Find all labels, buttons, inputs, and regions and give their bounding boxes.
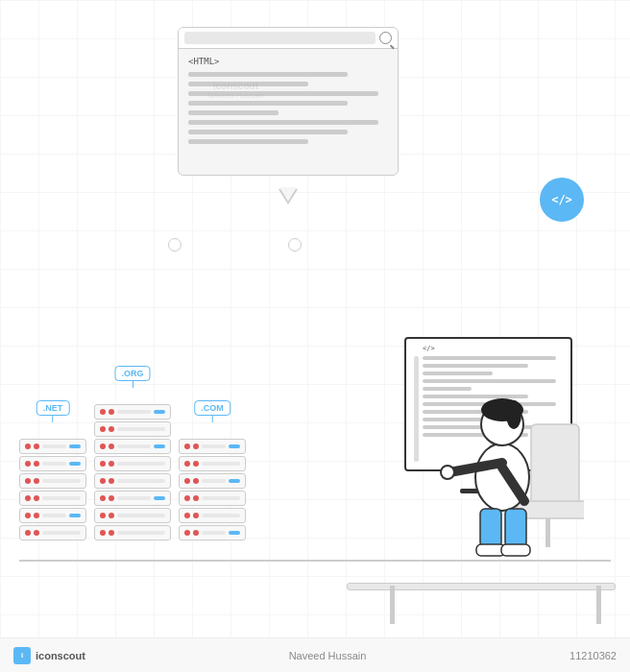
srv-dot <box>34 444 39 449</box>
svg-point-12 <box>441 466 454 479</box>
srv-dot <box>109 495 114 501</box>
srv-dot <box>100 461 106 467</box>
server-unit <box>179 439 246 454</box>
svg-rect-0 <box>531 424 579 506</box>
srv-dot <box>109 426 114 432</box>
deco-circle-2 <box>288 238 302 252</box>
svg-rect-7 <box>480 509 501 547</box>
srv-dot <box>184 478 190 484</box>
srv-dot <box>184 495 190 501</box>
svg-rect-2 <box>545 518 550 547</box>
srv-dot <box>184 530 190 536</box>
person-character <box>421 367 584 559</box>
srv-indicator <box>229 444 240 448</box>
watermark: iconscout Naveed Hussain <box>207 81 264 100</box>
srv-dot <box>34 461 39 467</box>
srv-dot <box>34 530 39 536</box>
server-unit <box>94 525 171 540</box>
desk-surface <box>347 583 616 590</box>
srv-indicator <box>69 444 81 448</box>
html-tag: <HTML> <box>188 57 388 66</box>
server-unit <box>19 439 86 454</box>
srv-bar <box>202 462 240 466</box>
server-unit <box>179 508 246 523</box>
server-unit <box>94 421 171 437</box>
logo-icon: i <box>13 647 31 664</box>
srv-dot <box>25 495 31 501</box>
srv-dot <box>25 461 31 467</box>
search-icon <box>379 32 392 44</box>
server-unit <box>94 473 171 489</box>
srv-bar <box>42 496 81 500</box>
code-line <box>188 72 348 77</box>
srv-dot <box>34 478 39 484</box>
srv-dot <box>184 513 190 518</box>
srv-indicator <box>229 479 240 483</box>
iconscout-logo: i iconscout <box>13 647 85 664</box>
srv-dot <box>109 409 114 415</box>
srv-bar <box>202 444 226 448</box>
srv-bar <box>42 514 66 517</box>
srv-dot <box>100 530 106 536</box>
server-unit <box>19 525 86 540</box>
svg-rect-8 <box>505 509 526 547</box>
srv-bar <box>202 531 226 535</box>
deco-circle-1 <box>168 238 182 252</box>
bottom-bar: i iconscout Naveed Hussain 11210362 <box>0 637 630 672</box>
code-line <box>188 130 348 134</box>
srv-indicator <box>154 444 165 448</box>
srv-dot <box>34 513 39 518</box>
server-unit <box>19 456 86 471</box>
srv-dot <box>109 444 114 449</box>
srv-bar <box>117 427 165 431</box>
browser-bubble: <HTML> iconscout Naveed Hussain <box>178 27 399 190</box>
org-domain-badge: .ORG <box>114 366 150 381</box>
srv-bar <box>117 479 165 483</box>
browser-bar <box>179 28 398 49</box>
server-unit <box>94 491 171 506</box>
srv-dot <box>184 461 190 467</box>
server-stack-com: .COM <box>179 439 246 542</box>
desk-leg-left <box>390 586 395 624</box>
srv-bar <box>117 462 165 466</box>
server-stack-net: .NET <box>19 439 86 542</box>
svg-rect-10 <box>501 544 530 556</box>
srv-bar <box>42 462 66 466</box>
srv-dot <box>109 478 114 484</box>
srv-dot <box>100 444 106 449</box>
srv-bar <box>117 410 151 414</box>
srv-dot <box>193 495 199 501</box>
srv-dot <box>25 513 31 518</box>
srv-indicator <box>69 462 81 466</box>
srv-bar <box>202 479 226 483</box>
srv-dot <box>100 495 106 501</box>
srv-dot <box>25 478 31 484</box>
srv-bar <box>117 531 165 535</box>
srv-dot <box>193 530 199 536</box>
srv-dot <box>100 409 106 415</box>
com-domain-badge: .COM <box>194 400 230 416</box>
server-unit <box>94 508 171 523</box>
svg-point-6 <box>506 400 521 429</box>
srv-dot <box>100 478 106 484</box>
srv-indicator <box>154 496 165 500</box>
srv-bar <box>202 514 240 517</box>
srv-bar <box>117 496 151 500</box>
srv-dot <box>25 444 31 449</box>
code-line <box>188 120 378 125</box>
server-unit <box>179 473 246 489</box>
code-badge: </> <box>540 178 584 222</box>
code-line <box>188 110 279 115</box>
srv-dot <box>109 530 114 536</box>
server-unit <box>19 473 86 489</box>
floor-line <box>19 560 611 562</box>
server-stack-org: .ORG <box>94 404 171 542</box>
server-unit <box>179 456 246 471</box>
server-unit <box>19 491 86 506</box>
srv-dot <box>109 461 114 467</box>
srv-indicator <box>229 531 240 535</box>
srv-bar <box>42 444 66 448</box>
srv-dot <box>109 513 114 518</box>
srv-bar <box>202 496 240 500</box>
server-unit <box>179 491 246 506</box>
